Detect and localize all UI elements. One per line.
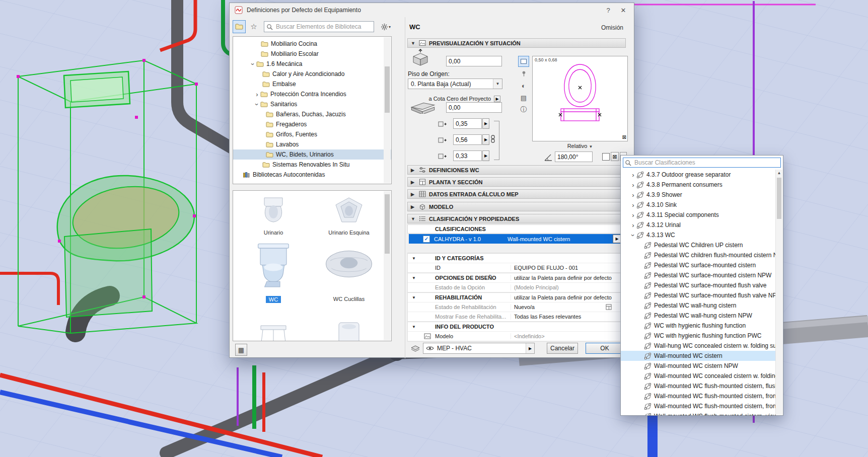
classification-item[interactable]: Wall-mounted WC flush-mounted cistern, v… (621, 411, 776, 415)
library-search-input[interactable] (275, 23, 372, 31)
mirror-button[interactable]: ⊠ (611, 152, 619, 161)
preview-fit-icon[interactable]: ⊠ (622, 134, 626, 140)
ok-button[interactable]: OK (586, 343, 624, 354)
library-item-squat-wc[interactable]: WC Cuclillas (314, 241, 384, 302)
classification-item[interactable]: WC with hygienic flushing function (621, 321, 776, 331)
property-group-row[interactable]: ▼OPCIONES DE DISEÑOutilizar la Paleta pa… (408, 273, 625, 283)
tree-item[interactable]: Bibliotecas Autocontenidas (233, 170, 391, 180)
classification-item[interactable]: Wall-mounted WC flush-mounted cistern, f… (621, 381, 776, 391)
property-row[interactable]: Estado de la Opción(Modelo Principal) (408, 283, 625, 292)
classification-item[interactable]: Pedestal WC surface-mounted flush valve (621, 280, 776, 290)
classification-item[interactable]: WC with hygienic flushing function PWC (621, 331, 776, 341)
expand-chevron-icon[interactable]: › (630, 212, 636, 218)
property-row[interactable]: IDEQUIPO DE FLUJO - 001 (408, 263, 625, 273)
expand-chevron-icon[interactable]: › (630, 232, 636, 239)
classification-group[interactable]: ›4.3.10 Sink (621, 200, 776, 210)
expand-chevron-icon[interactable]: › (630, 202, 636, 208)
mirror-checkbox[interactable] (602, 153, 610, 161)
classification-list[interactable]: ›4.3.7 Outdoor grease separator ›4.3.8 P… (621, 170, 776, 415)
dim-width-input[interactable] (453, 118, 482, 129)
dim-depth-flyout-button[interactable]: ▶ (482, 134, 489, 145)
section-definitions[interactable]: ▶DEFINICIONES WC (407, 165, 626, 175)
section-preview[interactable]: ▼ PREVISUALIZACIÓN Y SITUACIÓN (407, 38, 626, 48)
library-item-partial[interactable] (238, 316, 309, 341)
project-zero-flyout-button[interactable]: ▶ (494, 96, 500, 102)
tree-item[interactable]: Sistemas Renovables In Situ (233, 160, 391, 170)
scrollbar-thumb[interactable] (777, 178, 781, 219)
preview-mode-plan-button[interactable] (518, 56, 529, 67)
expand-chevron-icon[interactable]: › (630, 172, 636, 178)
tree-item[interactable]: Lavabos (233, 139, 391, 149)
classification-group[interactable]: ›4.3.9 Shower (621, 190, 776, 200)
expand-chevron-icon[interactable]: › (254, 101, 260, 108)
library-item-grid[interactable]: Urinario Urinario Esquina WC WC Cuclilla… (233, 190, 392, 341)
tree-item[interactable]: Calor y Aire Acondicionado (233, 69, 391, 79)
dialog-titlebar[interactable]: Definiciones por Defecto del Equipamient… (230, 3, 634, 17)
folder-view-button[interactable] (233, 20, 246, 33)
tree-item[interactable]: Bañeras, Duchas, Jacuzis (233, 109, 391, 119)
section-model[interactable]: ▶MODELO (407, 202, 626, 211)
library-settings-button[interactable]: ▾ (378, 20, 394, 33)
tree-item[interactable]: ›Sanitarios (233, 99, 391, 109)
dim-height-input[interactable] (453, 150, 482, 161)
preview-info-button[interactable]: ⓘ (518, 104, 529, 115)
tree-item[interactable]: ›1.6 Mecánica (233, 59, 391, 69)
mep-system-combo[interactable]: MEP - HVAC ▶ (423, 343, 535, 354)
expand-chevron-icon[interactable]: › (630, 222, 636, 228)
classification-checkbox[interactable]: ✓ (423, 236, 430, 243)
classification-item[interactable]: Pedestal WC Children UP cistern (621, 240, 776, 250)
classification-group[interactable]: ›4.3.8 Permanent consumers (621, 180, 776, 190)
scroll-up-icon[interactable]: ▲ (776, 171, 782, 175)
classification-item[interactable]: Wall-mounted WC concealed cistern w. fol… (621, 371, 776, 381)
tree-scrollbar[interactable] (384, 37, 391, 183)
expand-chevron-icon[interactable]: › (630, 192, 636, 198)
favorites-button[interactable]: ☆ (247, 20, 260, 33)
classification-item[interactable]: Pedestal WC wall-hung cistern NPW (621, 311, 776, 321)
rotation-input[interactable] (555, 151, 593, 162)
classification-item-selected[interactable]: Wall-mounted WC cistern (621, 351, 776, 361)
classification-item[interactable]: Wall-mounted WC flush-mounted cistern, f… (621, 391, 776, 401)
elevation-input[interactable] (446, 56, 502, 66)
relative-dropdown[interactable]: Relativo ▼ (532, 143, 628, 149)
classification-group-expanded[interactable]: ›4.3.13 WC (621, 230, 776, 240)
dim-width-flyout-button[interactable]: ▶ (482, 118, 489, 129)
preview-mode-3d-button[interactable]: ◐ (518, 80, 529, 91)
project-zero-input[interactable] (446, 102, 502, 113)
library-item-wc-selected[interactable]: WC (238, 241, 309, 303)
cancel-button[interactable]: Cancelar (547, 343, 578, 354)
object-preview[interactable]: 0,50 x 0,68 ⊠ (532, 56, 628, 141)
tree-item[interactable]: Grifos, Fuentes (233, 129, 391, 139)
expand-chevron-icon[interactable]: › (254, 91, 260, 98)
classification-search-input[interactable] (633, 159, 779, 167)
classification-item[interactable]: Pedestal WC surface-mounted cistern NPW (621, 270, 776, 280)
section-plan-section[interactable]: ▶PLANTA Y SECCIÓN (407, 177, 626, 187)
library-tree[interactable]: Mobiliario Cocina Mobiliario Escolar ›1.… (233, 36, 392, 184)
classification-item[interactable]: Wall-mounted WC cistern NPW (621, 361, 776, 371)
classification-item[interactable]: Pedestal WC wall-hung cistern (621, 300, 776, 311)
preview-mode-section-button[interactable]: ▤ (518, 92, 529, 103)
property-row[interactable]: Mostrar Fase de Rehabilita...Todas las F… (408, 312, 625, 322)
thumbs-scrollbar[interactable] (384, 191, 391, 340)
expand-chevron-icon[interactable]: › (630, 182, 636, 188)
classification-row[interactable]: ✓ CALHYDRA - v 1.0 Wall-mounted WC ciste… (409, 234, 622, 244)
classification-group[interactable]: ›4.3.12 Urinal (621, 220, 776, 230)
tree-item[interactable]: Fregaderos (233, 119, 391, 129)
library-item-partial[interactable] (314, 316, 384, 341)
property-row[interactable]: Modelo<Indefinido> (408, 332, 625, 341)
collapse-icon[interactable]: ▼ (412, 256, 416, 261)
collapse-icon[interactable]: ▼ (412, 276, 416, 280)
help-button[interactable]: ? (603, 7, 614, 14)
tree-item[interactable]: Mobiliario Cocina (233, 39, 391, 49)
classification-item[interactable]: Wall-hung WC concealed cistern w. foldin… (621, 341, 776, 351)
collapse-icon[interactable]: ▼ (412, 325, 416, 329)
section-classification[interactable]: ▼CLASIFICACIÓN Y PROPIEDADES (407, 214, 626, 223)
tree-item[interactable]: Mobiliario Escolar (233, 49, 391, 59)
library-manager-button[interactable]: ▦ (235, 344, 247, 356)
tree-item[interactable]: Embalse (233, 79, 391, 89)
property-group-row[interactable]: ▼INFO DEL PRODUCTO (408, 322, 625, 332)
library-item-urinal[interactable]: Urinario (238, 195, 309, 236)
classification-group[interactable]: ›4.3.11 Special components (621, 210, 776, 220)
classification-group[interactable]: ›4.3.7 Outdoor grease separator (621, 170, 776, 180)
property-row[interactable]: Estado de RehabilitaciónNuevo/a (408, 302, 625, 312)
collapse-icon[interactable]: ▼ (412, 295, 416, 300)
